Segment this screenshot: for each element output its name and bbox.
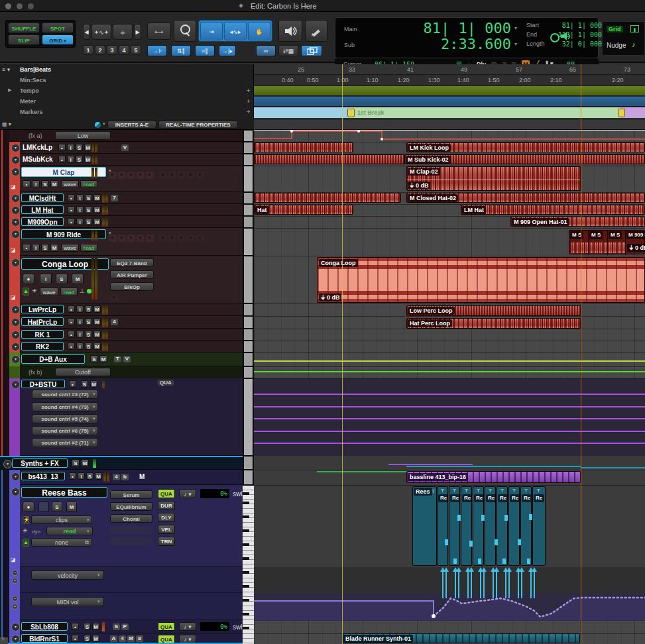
midi-note[interactable] <box>481 515 485 521</box>
mute-button[interactable]: M <box>92 623 99 630</box>
insert-slot-b[interactable] <box>118 235 126 242</box>
zoom-waveform-vertical-button[interactable]: ≑ <box>113 24 133 40</box>
track-collapse-button[interactable]: ▾ <box>11 144 20 152</box>
input-monitor-button[interactable]: I <box>40 274 52 284</box>
mute-button[interactable]: M <box>92 635 99 642</box>
track-row-m909ride[interactable]: ▾ ◪ M 909 Ride ▾ • I S M wave read <box>9 228 243 256</box>
midi-note[interactable] <box>518 539 521 545</box>
track-name[interactable]: D+BSTU <box>21 380 65 388</box>
input-monitor-button[interactable]: I <box>32 180 40 188</box>
swing-value-display[interactable]: 0% <box>200 489 229 498</box>
lane-add-button[interactable]: + <box>12 604 18 610</box>
insert-slot-a[interactable] <box>109 235 117 242</box>
track-name[interactable]: Reese Bass <box>21 487 107 498</box>
lane-add-button[interactable]: + <box>12 578 18 584</box>
insert-slot-c[interactable] <box>127 172 135 179</box>
quantize-note-value[interactable]: ♪ ▾ <box>179 622 196 631</box>
insertion-follows-playback-button[interactable]: ⇅∥ <box>171 45 191 56</box>
controller-lane-1[interactable]: sound cntrl #3 (72) <box>32 390 98 399</box>
zoom-toggle-button[interactable]: ⟷ <box>147 23 171 40</box>
view-dropdown-arrow[interactable]: ▾ <box>103 121 105 127</box>
trim-tool-button[interactable]: ⇥ <box>200 22 223 40</box>
solo-button[interactable]: S <box>90 355 98 363</box>
rtp-transpose-button[interactable]: TRN <box>158 537 175 546</box>
track-row-congaloop[interactable]: ▾ ◪ Conga Loop ▾ ● I S M ▲ ✳ wave read ⊥… <box>9 256 243 303</box>
track-name[interactable]: LMKckLp <box>23 144 52 151</box>
marker-flag-2[interactable] <box>618 109 625 117</box>
freeze-icon[interactable]: ◪ <box>11 294 16 300</box>
qua-partial-chip[interactable]: QUA <box>158 380 174 386</box>
track-row-reesebass[interactable]: ▾ ◪ Reese Bass ▾ ● S M ⚡ clips▾ ✳ dyn re… <box>9 485 243 567</box>
track-name[interactable]: MClsdHt <box>21 193 64 202</box>
controller-lane-3[interactable]: sound cntrl #5 (74) <box>32 414 98 423</box>
input-monitor-button[interactable] <box>38 502 49 512</box>
tempo-add-button[interactable]: + <box>247 87 250 94</box>
track-collapse-button[interactable]: ▾ <box>11 305 20 314</box>
solo-button[interactable]: S <box>72 459 80 467</box>
track-row-mclap[interactable]: ▾ ◪ M Clap ▾ • I S M wave read <box>9 166 243 192</box>
marker-region-1st-break[interactable] <box>349 107 620 118</box>
selector-tool-button[interactable]: ◂∿▸ <box>224 22 247 40</box>
sub-counter-value[interactable]: 2:33.600 <box>372 36 511 52</box>
start-value[interactable]: 81| 1| 000 <box>554 22 602 29</box>
chevron-down-icon[interactable]: ▾ <box>93 404 95 409</box>
clip-lm-hat[interactable]: LM Hat <box>461 205 645 215</box>
ruler-markers-label[interactable]: Markers <box>20 109 43 115</box>
dbaux-automation-line-2[interactable] <box>254 371 645 372</box>
record-arm-button[interactable]: • <box>72 635 79 642</box>
insert-slot-badge-p[interactable]: P <box>121 623 129 630</box>
clip-closed-hat[interactable]: M Closed Hat-02 <box>406 193 645 203</box>
minsecs-ruler[interactable]: 0:40 0:50 1:00 1:10 1:20 1:30 1:40 1:50 … <box>254 76 645 85</box>
record-arm-button[interactable]: • <box>68 218 75 225</box>
dbstu-cc-line-5[interactable] <box>254 443 645 444</box>
window-icon[interactable]: ⧉ <box>85 539 89 546</box>
chevron-down-icon[interactable]: ▾ <box>93 392 95 397</box>
input-monitor-button[interactable]: I <box>32 244 40 252</box>
dbstu-cc-line-4[interactable] <box>254 431 645 432</box>
input-monitor-button[interactable]: I <box>78 472 85 480</box>
clip-re-1[interactable]: TRe <box>437 486 448 566</box>
send-slot-d[interactable] <box>187 172 195 179</box>
solo-button[interactable]: S <box>85 206 92 213</box>
traffic-minimize-button[interactable] <box>17 3 23 9</box>
record-arm-button[interactable]: • <box>68 194 75 201</box>
clip-lm-kick-left[interactable] <box>254 142 353 152</box>
track-name[interactable]: HatPrcLp <box>21 317 64 326</box>
mirrored-midi-button[interactable]: ⇄▦ <box>278 45 298 56</box>
piano-keyboard-strip[interactable] <box>243 486 254 644</box>
mode-spot-button[interactable]: SPOT <box>42 23 74 33</box>
track-collapse-button[interactable]: ▾ <box>11 258 20 267</box>
insertion-marker-button[interactable]: →|▸ <box>219 45 236 56</box>
main-counter-dropdown[interactable]: ▾ <box>514 25 517 31</box>
insert-slot-badge-v[interactable]: V <box>123 356 131 362</box>
record-arm-button[interactable]: • <box>69 472 76 480</box>
bars-ruler[interactable]: 25 33 41 49 57 65 73 <box>254 64 645 75</box>
track-collapse-button[interactable]: ▾ <box>11 318 20 327</box>
send-slot-b[interactable] <box>168 235 176 242</box>
track-name[interactable]: SbLb808 <box>21 622 68 631</box>
pencil-mini-icon[interactable]: ▲ <box>23 539 29 547</box>
chevron-down-icon[interactable]: ▾ <box>93 416 95 421</box>
zoom-preset-4-button[interactable]: 4 <box>119 45 129 55</box>
track-name[interactable]: RK2 <box>21 342 64 350</box>
track-row-lmhat[interactable]: ▾ LM Hat • I S M <box>9 204 243 216</box>
scroll-corner[interactable]: ⇱ <box>0 637 8 644</box>
clip-low-perc[interactable]: Low Perc Loop <box>406 305 581 316</box>
sub-counter-dropdown[interactable]: ▾ <box>514 41 517 47</box>
automation-mode-button[interactable]: read <box>60 288 78 296</box>
input-monitor-button[interactable]: I <box>76 331 84 338</box>
mute-button[interactable]: M <box>66 502 77 512</box>
clip-sub-kick[interactable]: M Sub Kick-02 <box>404 154 645 164</box>
track-name[interactable]: bs413_13 <box>21 472 65 480</box>
solo-button[interactable]: S <box>85 194 92 201</box>
solo-button[interactable]: S <box>85 305 92 313</box>
insert-slot-badge-4[interactable]: 4 <box>113 474 120 480</box>
clip-hat-perc[interactable]: Hat Perc Loop <box>406 318 581 329</box>
input-gain-icon[interactable]: ⊥ <box>80 288 85 294</box>
insert-slot-badge[interactable]: 4 <box>111 319 118 325</box>
insert-slot-badge[interactable]: 7 <box>111 195 118 201</box>
link-track-selection-button[interactable]: ≡∥ <box>195 45 215 56</box>
insert-slot-badge-b[interactable]: b <box>121 474 129 480</box>
track-view-selector[interactable]: clips <box>31 515 92 524</box>
insert-slot-badge-a[interactable]: A <box>110 635 117 642</box>
